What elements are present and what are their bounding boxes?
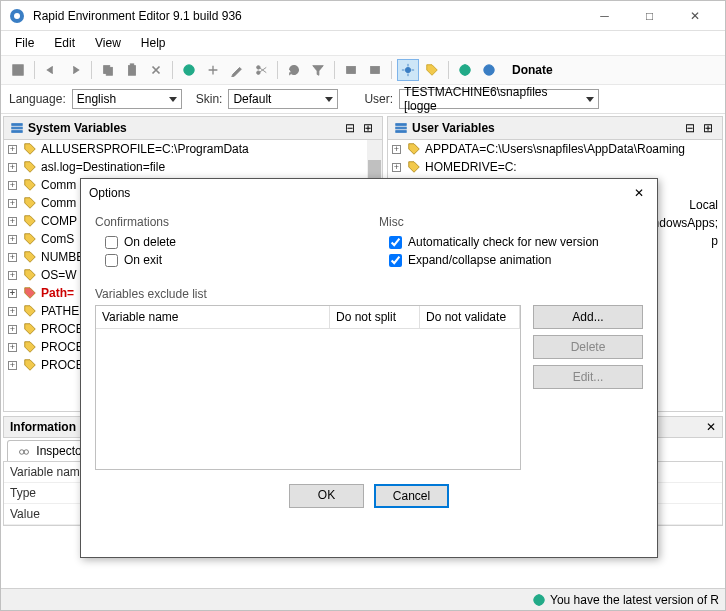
add-button[interactable]: Add...: [533, 305, 643, 329]
expand-anim-label: Expand/collapse animation: [408, 253, 551, 267]
maximize-button[interactable]: □: [627, 1, 672, 31]
tree-row-label: HOMEDRIVE=C:: [425, 160, 517, 174]
globe-icon: [532, 593, 546, 607]
svg-point-10: [257, 71, 261, 75]
expand-icon[interactable]: ⊞: [700, 120, 716, 136]
col-variable-name[interactable]: Variable name: [96, 306, 330, 328]
filter-icon[interactable]: [307, 59, 329, 81]
svg-point-9: [257, 66, 261, 70]
tree-row-label: ComS: [41, 232, 74, 246]
close-info-icon[interactable]: ✕: [706, 420, 716, 434]
refresh-icon[interactable]: [283, 59, 305, 81]
misc-legend: Misc: [379, 215, 643, 229]
paste-icon[interactable]: [121, 59, 143, 81]
tag-icon: [23, 232, 37, 246]
expand-icon[interactable]: +: [8, 217, 17, 226]
donate-button[interactable]: Donate: [506, 61, 559, 79]
scissors-icon[interactable]: [250, 59, 272, 81]
on-exit-label: On exit: [124, 253, 162, 267]
tree-row-label: Local: [689, 198, 718, 212]
auto-check-label: Automatically check for new version: [408, 235, 599, 249]
cancel-button[interactable]: Cancel: [374, 484, 449, 508]
save-icon[interactable]: [7, 59, 29, 81]
options-icon[interactable]: [397, 59, 419, 81]
tree-row[interactable]: +HOMEDRIVE=C:: [388, 158, 722, 176]
svg-rect-5: [106, 67, 112, 75]
on-exit-checkbox[interactable]: [105, 254, 118, 267]
delete-icon[interactable]: [145, 59, 167, 81]
misc-group: Misc Automatically check for new version…: [379, 215, 643, 269]
globe-icon[interactable]: [454, 59, 476, 81]
dialog-title: Options: [89, 186, 629, 200]
expand-icon[interactable]: +: [8, 271, 17, 280]
edit-button[interactable]: Edit...: [533, 365, 643, 389]
menu-edit[interactable]: Edit: [46, 33, 83, 53]
svg-rect-19: [12, 127, 23, 129]
col-do-not-split[interactable]: Do not split: [330, 306, 420, 328]
close-button[interactable]: ✕: [672, 1, 717, 31]
on-delete-checkbox[interactable]: [105, 236, 118, 249]
menu-help[interactable]: Help: [133, 33, 174, 53]
expand-icon[interactable]: +: [8, 307, 17, 316]
svg-rect-18: [12, 124, 23, 126]
tree-row-label: p: [711, 234, 718, 248]
expand-icon[interactable]: +: [392, 145, 401, 154]
tree-row-label: Comm: [41, 178, 76, 192]
tag-icon: [407, 142, 421, 156]
skin-label: Skin:: [196, 92, 223, 106]
tree-row-label: Path=: [41, 286, 74, 300]
tree-row[interactable]: +APPDATA=C:\Users\snapfiles\AppData\Roam…: [388, 140, 722, 158]
auto-check-checkbox[interactable]: [389, 236, 402, 249]
tag-icon[interactable]: [421, 59, 443, 81]
tag-icon: [23, 340, 37, 354]
tree-row[interactable]: +ALLUSERSPROFILE=C:\ProgramData: [4, 140, 382, 158]
app-icon: [9, 8, 25, 24]
tag-icon: [23, 160, 37, 174]
expand-icon[interactable]: +: [8, 235, 17, 244]
insert-icon[interactable]: [202, 59, 224, 81]
toolbar: ? Donate: [1, 55, 725, 85]
expand-icon[interactable]: +: [8, 289, 17, 298]
selector-row: Language: English Skin: Default User: TE…: [1, 85, 725, 114]
col-do-not-validate[interactable]: Do not validate: [420, 306, 520, 328]
collapse-icon[interactable]: ⊟: [682, 120, 698, 136]
undo-icon[interactable]: [40, 59, 62, 81]
redo-icon[interactable]: [64, 59, 86, 81]
ok-button[interactable]: OK: [289, 484, 364, 508]
dialog-close-button[interactable]: ✕: [629, 183, 649, 203]
expand-icon[interactable]: +: [8, 163, 17, 172]
backup-icon[interactable]: [340, 59, 362, 81]
expand-icon[interactable]: +: [8, 181, 17, 190]
menu-view[interactable]: View: [87, 33, 129, 53]
expand-icon[interactable]: +: [8, 325, 17, 334]
exclude-list[interactable]: Variable name Do not split Do not valida…: [95, 305, 521, 470]
svg-rect-21: [396, 124, 407, 126]
tag-icon: [23, 286, 37, 300]
expand-icon[interactable]: +: [392, 163, 401, 172]
svg-point-1: [14, 13, 20, 19]
user-select[interactable]: TESTMACHINE6\snapfiles [logge: [399, 89, 599, 109]
expand-icon[interactable]: +: [8, 199, 17, 208]
language-select[interactable]: English: [72, 89, 182, 109]
menu-file[interactable]: File: [7, 33, 42, 53]
system-pane-title: System Variables: [28, 121, 340, 135]
dialog-titlebar: Options ✕: [81, 179, 657, 207]
expand-icon[interactable]: +: [8, 253, 17, 262]
svg-rect-6: [129, 66, 136, 76]
expand-anim-checkbox[interactable]: [389, 254, 402, 267]
skin-select[interactable]: Default: [228, 89, 338, 109]
delete-button[interactable]: Delete: [533, 335, 643, 359]
add-var-icon[interactable]: [178, 59, 200, 81]
restore-icon[interactable]: [364, 59, 386, 81]
tree-row-label: PROCE: [41, 322, 84, 336]
edit-icon[interactable]: [226, 59, 248, 81]
copy-icon[interactable]: [97, 59, 119, 81]
expand-icon[interactable]: +: [8, 361, 17, 370]
expand-icon[interactable]: +: [8, 343, 17, 352]
collapse-icon[interactable]: ⊟: [342, 120, 358, 136]
expand-icon[interactable]: +: [8, 145, 17, 154]
tree-row[interactable]: +asl.log=Destination=file: [4, 158, 382, 176]
minimize-button[interactable]: ─: [582, 1, 627, 31]
help-icon[interactable]: ?: [478, 59, 500, 81]
expand-icon[interactable]: ⊞: [360, 120, 376, 136]
